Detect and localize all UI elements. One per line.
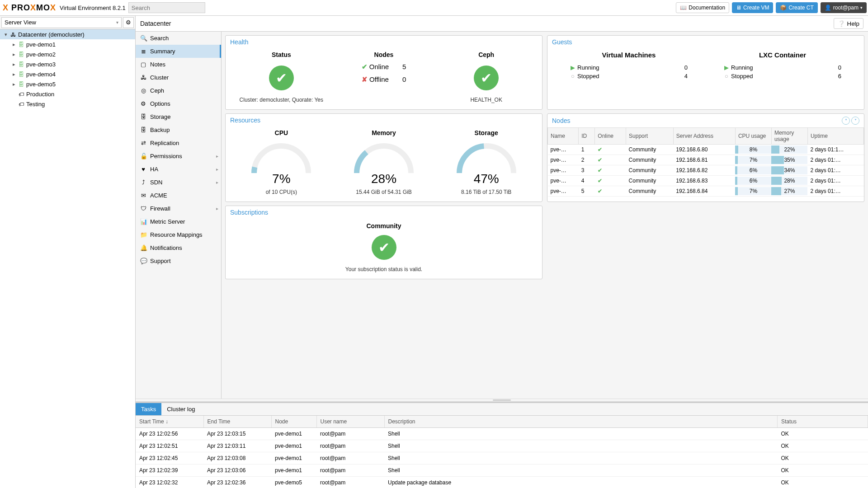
node-name-cell: pve-… — [548, 165, 579, 176]
menu-item-summary[interactable]: ≣Summary — [136, 45, 221, 58]
view-selector[interactable]: Server View ▾ — [1, 17, 122, 28]
tree-node-label: pve-demo2 — [26, 51, 56, 58]
tree-datacenter[interactable]: ▾Datacenter (democluster) — [0, 29, 135, 39]
task-node-cell: pve-demo1 — [271, 428, 316, 440]
menu-item-sdn[interactable]: ⤴SDN▸ — [136, 176, 221, 189]
nodes-row[interactable]: pve-… 5 ✔ Community 192.168.6.84 7% 27% … — [548, 186, 864, 197]
task-row[interactable]: Apr 23 12:02:51 Apr 23 12:03:11 pve-demo… — [136, 440, 868, 452]
nodes-row[interactable]: pve-… 2 ✔ Community 192.168.6.81 7% 35% … — [548, 155, 864, 165]
tree-node[interactable]: ▸pve-demo2 — [0, 49, 135, 59]
vm-stopped-count: 4 — [684, 73, 688, 80]
nodes-col-header[interactable]: Support — [626, 128, 674, 145]
task-end-cell: Apr 23 12:03:06 — [203, 465, 271, 477]
tree-node[interactable]: ▸pve-demo1 — [0, 39, 135, 49]
tab-cluster-log[interactable]: Cluster log — [161, 403, 200, 415]
tasks-col-header[interactable]: Node — [271, 416, 316, 428]
tree-pool[interactable]: Testing — [0, 99, 135, 109]
task-row[interactable]: Apr 23 12:02:45 Apr 23 12:03:08 pve-demo… — [136, 452, 868, 465]
node-id-cell: 3 — [579, 165, 595, 176]
guests-title: Guests — [547, 36, 864, 48]
nodes-col-header[interactable]: CPU usage — [735, 128, 771, 145]
task-start-cell: Apr 23 12:02:39 — [136, 465, 203, 477]
tasks-col-header[interactable]: Status — [778, 416, 868, 428]
menu-item-firewall[interactable]: 🛡Firewall▸ — [136, 202, 221, 215]
tasks-col-header[interactable]: User name — [316, 416, 384, 428]
nodes-col-header[interactable]: ID — [579, 128, 595, 145]
firewall-icon: 🛡 — [140, 205, 146, 212]
tasks-col-header[interactable]: Description — [384, 416, 778, 428]
task-row[interactable]: Apr 23 12:02:39 Apr 23 12:03:06 pve-demo… — [136, 465, 868, 477]
scroll-down-button[interactable]: ˅ — [851, 117, 859, 125]
nodes-row[interactable]: pve-… 1 ✔ Community 192.168.6.80 8% 22% … — [548, 145, 864, 155]
tree-node[interactable]: ▸pve-demo4 — [0, 69, 135, 79]
menu-item-notifications[interactable]: 🔔Notifications — [136, 241, 221, 254]
menu-item-metric-server[interactable]: 📊Metric Server — [136, 215, 221, 228]
menu-item-label: ACME — [150, 192, 167, 199]
node-support-cell: Community — [626, 155, 674, 165]
vm-heading: Virtual Machines — [552, 51, 706, 59]
online-label: Online — [369, 63, 389, 70]
nodes-col-header[interactable]: Online — [595, 128, 626, 145]
menu-item-options[interactable]: ⚙Options — [136, 97, 221, 110]
gauge-mem: Memory 28% 15.44 GiB of 54.31 GiB — [333, 129, 435, 195]
menu-item-resource-mappings[interactable]: 📁Resource Mappings — [136, 228, 221, 241]
task-user-cell: root@pam — [316, 452, 384, 465]
search-input[interactable] — [128, 2, 205, 13]
tab-tasks[interactable]: Tasks — [136, 403, 161, 415]
log-resize-handle[interactable] — [136, 399, 868, 402]
nodes-col-header[interactable]: Memory usage — [771, 128, 807, 145]
menu-item-support[interactable]: 💬Support — [136, 254, 221, 267]
menu-item-ceph[interactable]: ◎Ceph — [136, 84, 221, 97]
menu-item-notes[interactable]: ▢Notes — [136, 58, 221, 71]
menu-item-cluster[interactable]: 🖧Cluster — [136, 71, 221, 84]
tree-node[interactable]: ▸pve-demo5 — [0, 79, 135, 89]
task-desc-cell: Shell — [384, 452, 778, 465]
nodes-col-header[interactable]: Uptime — [807, 128, 863, 145]
menu-item-search[interactable]: 🔍Search — [136, 32, 221, 45]
menu-item-replication[interactable]: ⇄Replication — [136, 136, 221, 150]
ceph-status-text: HEALTH_OK — [435, 97, 538, 103]
help-button[interactable]: ❔Help — [834, 18, 863, 29]
documentation-button[interactable]: 📖Documentation — [676, 2, 729, 13]
task-status-cell: OK — [778, 428, 868, 440]
task-row[interactable]: Apr 23 12:02:56 Apr 23 12:03:15 pve-demo… — [136, 428, 868, 440]
menu-item-permissions[interactable]: 🔓Permissions▸ — [136, 150, 221, 163]
nodes-row[interactable]: pve-… 3 ✔ Community 192.168.6.82 6% 34% … — [548, 165, 864, 176]
menu-item-ha[interactable]: ♥HA▸ — [136, 163, 221, 176]
node-cpu-cell: 8% — [735, 145, 771, 155]
menu-item-label: Notes — [150, 61, 165, 68]
node-mem-cell: 35% — [771, 155, 807, 165]
tree-node-label: pve-demo1 — [26, 41, 56, 48]
node-uptime-cell: 2 days 01:… — [807, 165, 863, 176]
node-addr-cell: 192.168.6.83 — [673, 176, 735, 186]
book-icon: 📖 — [680, 5, 687, 11]
nodes-col-header[interactable]: Server Address — [673, 128, 735, 145]
tasks-col-header[interactable]: End Time — [203, 416, 271, 428]
tree-node[interactable]: ▸pve-demo3 — [0, 59, 135, 69]
tree-settings-button[interactable]: ⚙ — [123, 17, 134, 28]
menu-item-backup[interactable]: 🗄Backup — [136, 123, 221, 136]
node-addr-cell: 192.168.6.82 — [673, 165, 735, 176]
node-uptime-cell: 2 days 01:1… — [807, 145, 863, 155]
create-vm-button[interactable]: 🖥Create VM — [732, 2, 773, 13]
menu-item-acme[interactable]: ✉ACME — [136, 189, 221, 202]
ceph-icon: ◎ — [140, 87, 146, 94]
node-online-cell: ✔ — [595, 145, 626, 155]
tree-pool[interactable]: Production — [0, 89, 135, 99]
tasks-col-header[interactable]: Start Time ↓ — [136, 416, 203, 428]
vm-running-count: 0 — [684, 64, 688, 71]
menu-item-label: Replication — [150, 140, 179, 146]
nodes-row[interactable]: pve-… 4 ✔ Community 192.168.6.83 6% 28% … — [548, 176, 864, 186]
status-ok-icon: ✔ — [269, 66, 294, 90]
create-ct-button[interactable]: 📦Create CT — [776, 2, 817, 13]
node-online-cell: ✔ — [595, 165, 626, 176]
user-menu-button[interactable]: 👤root@pam▾ — [821, 2, 867, 13]
task-row[interactable]: Apr 23 12:02:32 Apr 23 12:02:36 pve-demo… — [136, 477, 868, 488]
scroll-up-button[interactable]: ˄ — [842, 117, 850, 125]
task-desc-cell: Update package database — [384, 477, 778, 488]
nodes-col-header[interactable]: Name — [548, 128, 579, 145]
offline-count: 0 — [402, 75, 406, 84]
menu-item-storage[interactable]: 🗄Storage — [136, 110, 221, 123]
check-icon: ✔ — [598, 188, 602, 194]
lxc-stopped-count: 6 — [838, 73, 841, 80]
